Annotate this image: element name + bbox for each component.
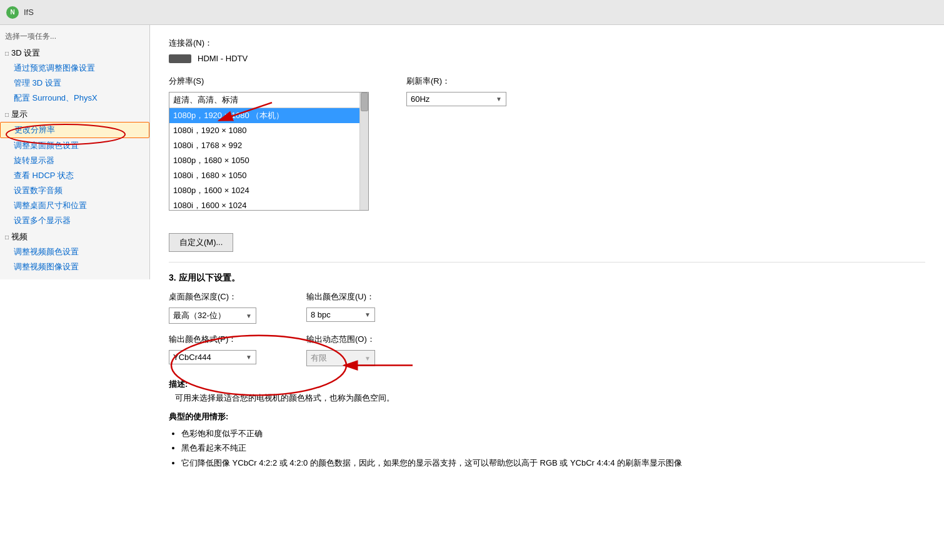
resolution-item-4[interactable]: 1080i，1680 × 1050 <box>169 168 359 183</box>
output-dynamic-range-select[interactable]: 有限 ▼ <box>306 350 375 366</box>
sidebar: 选择一项任务... □ 3D 设置 通过预览调整图像设置 管理 3D 设置 配置… <box>0 25 150 279</box>
sidebar-wrapper: 选择一项任务... □ 3D 设置 通过预览调整图像设置 管理 3D 设置 配置… <box>0 25 150 560</box>
output-color-format-value: YCbCr444 <box>173 352 211 362</box>
desc-label: 描述: <box>169 379 925 390</box>
scrollbar-thumb[interactable] <box>361 92 368 111</box>
title-bar-text: IfS <box>24 8 34 17</box>
sidebar-group-header-video[interactable]: □ 视频 <box>0 229 149 244</box>
sidebar-item-adjust-color[interactable]: 调整桌面颜色设置 <box>0 138 149 153</box>
task-label: 选择一项任务... <box>0 29 149 46</box>
resolution-item-0[interactable]: 1080p，1920 × 1080 （本机） <box>169 108 359 123</box>
apply-step: 3. 应用以下设置。 <box>169 272 925 284</box>
refresh-rate-arrow: ▼ <box>496 96 502 102</box>
apply-settings-row: 桌面颜色深度(C)： 最高（32-位） ▼ 输出颜色深度(U)： 8 bpc <box>169 291 925 324</box>
output-color-depth-arrow: ▼ <box>364 311 371 318</box>
custom-btn-row: 自定义(M)... <box>169 221 925 252</box>
sidebar-item-multi-display[interactable]: 设置多个显示器 <box>0 213 149 228</box>
hdmi-text: HDMI - HDTV <box>198 54 248 63</box>
resolution-group: 分辨率(S) 超清、高清、标清 1080p，1920 × 1080 （本机） 1… <box>169 76 369 211</box>
sidebar-group-label-display: 显示 <box>11 109 28 120</box>
connector-label: 连接器(N)： <box>169 38 925 49</box>
expand-icon-display: □ <box>5 111 9 118</box>
sidebar-group-label-3d: 3D 设置 <box>11 48 40 59</box>
resolution-item-5[interactable]: 1080p，1600 × 1024 <box>169 183 359 198</box>
refresh-rate-value: 60Hz <box>411 94 429 104</box>
apply-section: 3. 应用以下设置。 桌面颜色深度(C)： 最高（32-位） ▼ <box>169 272 925 366</box>
hdmi-icon <box>169 54 191 63</box>
sidebar-group-display: □ 显示 更改分辨率 调整桌面颜色设置 旋转显示器 查看 HDCP 状态 设置数… <box>0 107 149 228</box>
sidebar-group-label-video: 视频 <box>11 231 28 242</box>
refresh-group: 刷新率(R)： 60Hz ▼ <box>406 76 506 106</box>
sidebar-group-video: □ 视频 调整视频颜色设置 调整视频图像设置 <box>0 229 149 274</box>
connector-section: 连接器(N)： HDMI - HDTV <box>169 38 925 63</box>
sidebar-item-adjust-size-pos[interactable]: 调整桌面尺寸和位置 <box>0 198 149 213</box>
desktop-color-depth-group: 桌面颜色深度(C)： 最高（32-位） ▼ <box>169 291 256 324</box>
desktop-color-depth-arrow: ▼ <box>246 312 252 319</box>
output-color-format-arrow: ▼ <box>246 354 252 361</box>
sidebar-item-view-hdcp[interactable]: 查看 HDCP 状态 <box>0 168 149 183</box>
desktop-color-depth-label: 桌面颜色深度(C)： <box>169 291 256 302</box>
divider-1 <box>169 262 925 262</box>
listbox-scroll[interactable]: 1080p，1920 × 1080 （本机） 1080i，1920 × 1080… <box>169 108 368 210</box>
content-wrapper: 连接器(N)： HDMI - HDTV 分辨率(S) 超清、高清、标清 <box>150 25 944 560</box>
output-color-format-label: 输出颜色格式(P)： <box>169 334 256 345</box>
refresh-rate-select[interactable]: 60Hz ▼ <box>406 92 506 106</box>
listbox-group-header: 超清、高清、标清 <box>169 92 368 108</box>
output-dynamic-range-arrow: ▼ <box>364 355 371 362</box>
app-window: N IfS 选择一项任务... □ 3D 设置 通过预览调整图像设置 管理 3D… <box>0 0 944 560</box>
desktop-color-depth-value: 最高（32-位） <box>173 310 226 321</box>
sidebar-group-3d: □ 3D 设置 通过预览调整图像设置 管理 3D 设置 配置 Surround、… <box>0 46 149 106</box>
sidebar-group-header-3d[interactable]: □ 3D 设置 <box>0 46 149 61</box>
main-layout: 选择一项任务... □ 3D 设置 通过预览调整图像设置 管理 3D 设置 配置… <box>0 25 944 560</box>
hdmi-row: HDMI - HDTV <box>169 54 925 63</box>
sidebar-item-configure-surround[interactable]: 配置 Surround、PhysX <box>0 91 149 106</box>
resolution-refresh-row: 分辨率(S) 超清、高清、标清 1080p，1920 × 1080 （本机） 1… <box>169 76 925 211</box>
output-color-depth-group: 输出颜色深度(U)： 8 bpc ▼ <box>306 291 375 324</box>
refresh-rate-label: 刷新率(R)： <box>406 76 506 87</box>
sidebar-item-adjust-video-color[interactable]: 调整视频颜色设置 <box>0 244 149 259</box>
title-bar: N IfS <box>0 0 944 25</box>
typical-item-0: 色彩饱和度似乎不正确 <box>181 426 925 441</box>
output-dynamic-range-value: 有限 <box>311 352 327 364</box>
output-color-depth-select[interactable]: 8 bpc ▼ <box>306 308 375 322</box>
logo-text: N <box>10 9 14 16</box>
output-color-format-group: 输出颜色格式(P)： YCbCr444 ▼ <box>169 334 256 364</box>
sidebar-group-header-display[interactable]: □ 显示 <box>0 107 149 122</box>
sidebar-item-change-resolution[interactable]: 更改分辨率 <box>0 122 149 138</box>
color-format-row: 输出颜色格式(P)： YCbCr444 ▼ 输出动态范围(O)： 有限 ▼ <box>169 334 925 366</box>
custom-button[interactable]: 自定义(M)... <box>169 233 233 252</box>
content: 连接器(N)： HDMI - HDTV 分辨率(S) 超清、高清、标清 <box>150 25 944 482</box>
resolution-listbox: 超清、高清、标清 1080p，1920 × 1080 （本机） 1080i，19… <box>169 92 369 211</box>
resolution-label: 分辨率(S) <box>169 76 369 87</box>
resolution-item-6[interactable]: 1080i，1600 × 1024 <box>169 198 359 210</box>
sidebar-item-manage-3d[interactable]: 管理 3D 设置 <box>0 76 149 91</box>
typical-label: 典型的使用情形: <box>169 411 925 422</box>
app-logo: N <box>6 6 19 19</box>
desc-text: 可用来选择最适合您的电视机的颜色格式，也称为颜色空间。 <box>175 392 925 404</box>
sidebar-item-preview-adjust[interactable]: 通过预览调整图像设置 <box>0 61 149 76</box>
sidebar-item-rotate-display[interactable]: 旋转显示器 <box>0 153 149 168</box>
output-dynamic-range-label: 输出动态范围(O)： <box>306 334 375 345</box>
resolution-item-2[interactable]: 1080i，1768 × 992 <box>169 138 359 153</box>
resolution-item-3[interactable]: 1080p，1680 × 1050 <box>169 153 359 168</box>
resolution-item-1[interactable]: 1080i，1920 × 1080 <box>169 123 359 138</box>
typical-item-2: 它们降低图像 YCbCr 4:2:2 或 4:2:0 的颜色数据，因此，如果您的… <box>181 456 925 470</box>
sidebar-item-set-audio[interactable]: 设置数字音频 <box>0 183 149 198</box>
description-section: 描述: 可用来选择最适合您的电视机的颜色格式，也称为颜色空间。 典型的使用情形:… <box>169 379 925 470</box>
expand-icon-video: □ <box>5 234 9 241</box>
sidebar-item-adjust-video-image[interactable]: 调整视频图像设置 <box>0 259 149 274</box>
output-dynamic-range-group: 输出动态范围(O)： 有限 ▼ <box>306 334 375 366</box>
output-color-depth-value: 8 bpc <box>311 310 331 319</box>
output-color-depth-label: 输出颜色深度(U)： <box>306 291 375 302</box>
typical-item-1: 黑色看起来不纯正 <box>181 441 925 455</box>
desktop-color-depth-select[interactable]: 最高（32-位） ▼ <box>169 308 256 324</box>
scrollbar-track[interactable] <box>359 92 368 210</box>
output-color-format-select[interactable]: YCbCr444 ▼ <box>169 350 256 364</box>
expand-icon-3d: □ <box>5 50 9 57</box>
typical-list: 色彩饱和度似乎不正确 黑色看起来不纯正 它们降低图像 YCbCr 4:2:2 或… <box>181 426 925 470</box>
